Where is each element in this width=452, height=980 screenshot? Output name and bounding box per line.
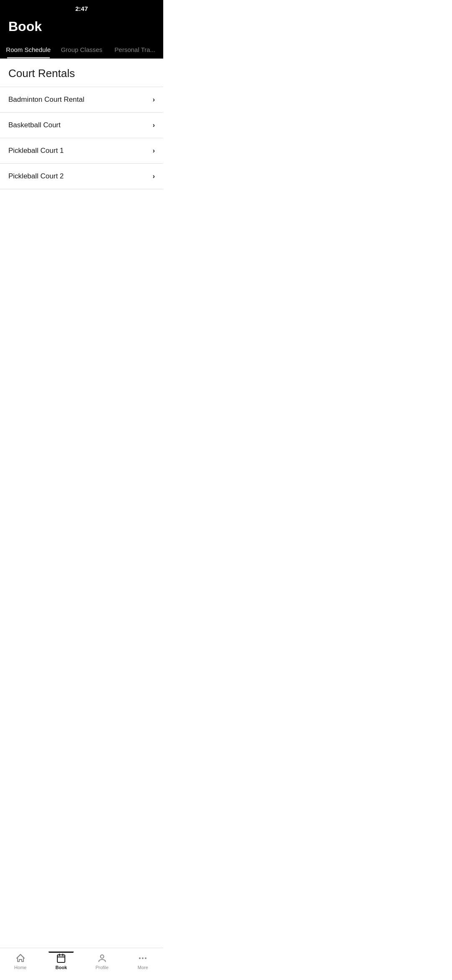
list-item-label: Badminton Court Rental <box>8 95 84 104</box>
chevron-right-icon: › <box>153 121 155 129</box>
tab-personal-training[interactable]: Personal Tra... <box>108 41 162 58</box>
status-bar: 2:47 <box>0 0 163 15</box>
list-item[interactable]: Pickleball Court 1 › <box>0 138 163 163</box>
section-title: Court Rentals <box>0 67 163 87</box>
tab-room-schedule[interactable]: Room Schedule <box>2 41 55 58</box>
list-item-label: Pickleball Court 2 <box>8 172 64 181</box>
list-item-label: Pickleball Court 1 <box>8 147 64 155</box>
list-item[interactable]: Pickleball Court 2 › <box>0 163 163 189</box>
header: Book <box>0 15 163 41</box>
main-content: Court Rentals Badminton Court Rental › B… <box>0 59 163 198</box>
tab-navigation: Room Schedule Group Classes Personal Tra… <box>0 41 163 59</box>
status-time: 2:47 <box>75 5 88 12</box>
page-title: Book <box>8 19 155 34</box>
chevron-right-icon: › <box>153 96 155 103</box>
list-item[interactable]: Badminton Court Rental › <box>0 87 163 112</box>
list-item[interactable]: Basketball Court › <box>0 112 163 138</box>
list-item-label: Basketball Court <box>8 121 61 129</box>
tab-group-classes[interactable]: Group Classes <box>55 41 108 58</box>
chevron-right-icon: › <box>153 173 155 180</box>
chevron-right-icon: › <box>153 147 155 155</box>
